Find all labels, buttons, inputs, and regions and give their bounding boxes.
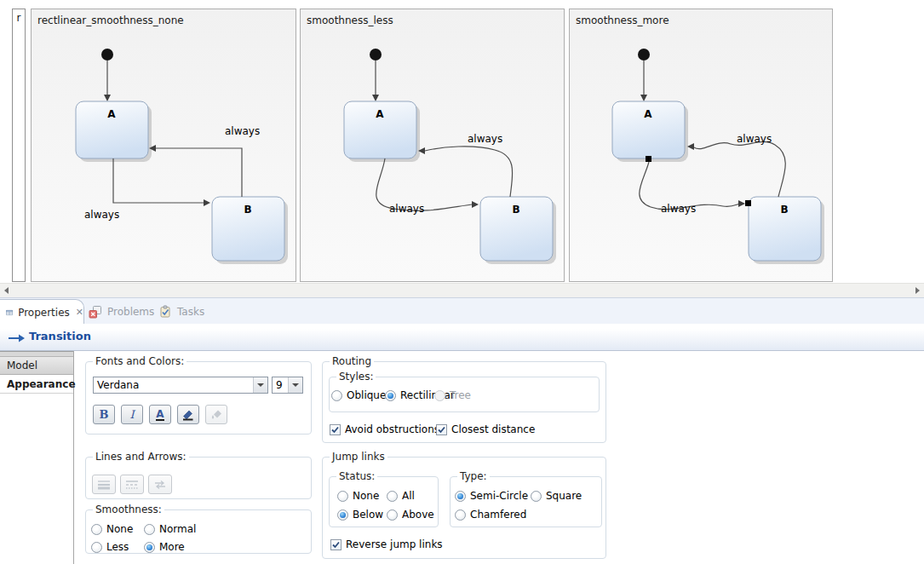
transition-label-a-to-b[interactable]: always	[661, 203, 696, 215]
state-label-a[interactable]: A	[107, 108, 116, 120]
diagram-panel-rectilinear-none[interactable]: rectlinear_smoothness_none A B always al…	[31, 9, 296, 282]
radio-icon[interactable]	[91, 524, 102, 535]
radio-icon[interactable]	[91, 542, 102, 553]
radio-label: None	[106, 523, 133, 535]
state-label-a[interactable]: A	[644, 108, 652, 120]
chevron-down-icon[interactable]	[253, 377, 267, 393]
group-jump-links: Jump links Status: None All Below Abov	[322, 457, 606, 559]
radio-icon-selected[interactable]	[144, 542, 155, 553]
radio-icon-selected[interactable]	[455, 491, 466, 502]
radio-label: More	[159, 541, 185, 553]
italic-button[interactable]: I	[121, 405, 143, 424]
rail-cap	[0, 351, 73, 357]
tab-properties[interactable]: Properties ✕	[0, 299, 84, 325]
selection-handle[interactable]	[745, 200, 751, 206]
radio-smoothness-none[interactable]: None	[91, 523, 133, 535]
selection-title: Transition	[29, 330, 91, 342]
radio-icon-selected[interactable]	[385, 390, 396, 401]
radio-status-below[interactable]: Below	[337, 509, 383, 521]
state-label-b[interactable]: B	[512, 204, 519, 216]
side-tab-model-label: Model	[7, 360, 37, 371]
transition-label-b-to-a[interactable]: always	[225, 125, 260, 137]
radio-icon[interactable]	[331, 390, 342, 401]
state-label-a[interactable]: A	[376, 108, 384, 120]
side-tab-appearance-label: Appearance	[7, 378, 76, 390]
transition-a-to-b[interactable]	[113, 158, 204, 203]
transition-label-b-to-a[interactable]: always	[737, 133, 772, 145]
font-family-combobox[interactable]: Verdana	[93, 377, 268, 394]
close-icon[interactable]: ✕	[76, 307, 83, 318]
radio-smoothness-less[interactable]: Less	[91, 541, 129, 553]
side-tab-appearance[interactable]: Appearance	[0, 375, 73, 394]
chevron-down-icon[interactable]	[288, 377, 302, 393]
bold-button[interactable]: B	[93, 405, 115, 424]
line-style-icon	[125, 480, 139, 490]
state-label-b[interactable]: B	[780, 204, 788, 216]
radio-label: Chamfered	[470, 509, 526, 521]
scroll-right-arrow-icon[interactable]	[915, 287, 920, 294]
radio-icon[interactable]	[387, 491, 398, 502]
eclipse-diagram-workbench: r rectlinear_smoothness_none A B always	[0, 0, 924, 564]
panel-title: smoothness_less	[307, 14, 393, 26]
radio-icon[interactable]	[337, 491, 348, 502]
transition-label-a-to-b[interactable]: always	[389, 203, 424, 215]
tab-tasks[interactable]: Tasks	[158, 299, 204, 325]
transition-b-to-a[interactable]	[425, 147, 513, 197]
radio-oblique[interactable]: Oblique	[331, 389, 386, 401]
double-arrow-icon	[153, 480, 167, 490]
group-label: Routing	[330, 355, 374, 367]
checkbox-checked-icon[interactable]	[330, 539, 341, 550]
radio-type-chamfered[interactable]: Chamfered	[455, 509, 526, 521]
checkbox-reverse-jump-links[interactable]: Reverse jump links	[330, 538, 443, 550]
diagram-panel-smoothness-less[interactable]: smoothness_less A B always always	[300, 9, 565, 282]
radio-icon[interactable]	[531, 491, 542, 502]
properties-table-icon	[6, 306, 13, 319]
radio-icon[interactable]	[455, 509, 466, 521]
tab-problems[interactable]: Problems	[89, 299, 154, 325]
radio-smoothness-normal[interactable]: Normal	[144, 523, 196, 535]
font-size-combobox[interactable]: 9	[272, 377, 303, 394]
group-smoothness: Smoothness: None Normal Less More	[85, 509, 312, 554]
state-label-b[interactable]: B	[244, 204, 251, 216]
radio-status-all[interactable]: All	[387, 490, 415, 502]
transition-b-to-a[interactable]	[694, 141, 785, 197]
clipped-diagram-panel[interactable]: r	[12, 9, 26, 282]
transition-label-b-to-a[interactable]: always	[468, 133, 502, 145]
group-label: Styles:	[336, 371, 376, 383]
radio-type-semi-circle[interactable]: Semi-Circle	[455, 490, 528, 502]
radio-type-square[interactable]: Square	[531, 490, 582, 502]
transition-b-to-a[interactable]	[156, 148, 242, 197]
radio-icon-selected[interactable]	[337, 509, 348, 521]
transition-label-a-to-b[interactable]: always	[84, 209, 119, 221]
checkbox-avoid-obstructions[interactable]: Avoid obstructions	[330, 423, 439, 435]
italic-glyph: I	[129, 408, 134, 421]
selection-handle[interactable]	[646, 156, 651, 162]
check-icon	[438, 426, 445, 434]
fill-color-button[interactable]	[205, 405, 227, 424]
initial-state-dot[interactable]	[638, 49, 650, 60]
scroll-left-arrow-icon[interactable]	[4, 287, 9, 294]
arrowhead	[640, 95, 647, 101]
radio-status-above[interactable]: Above	[387, 509, 434, 521]
side-tab-model[interactable]: Model	[0, 357, 73, 375]
group-label: Type:	[457, 470, 490, 482]
panel-title: rectlinear_smoothness_none	[37, 14, 184, 26]
font-color-button[interactable]: A	[149, 405, 171, 424]
initial-state-dot[interactable]	[101, 49, 113, 60]
checkbox-checked-icon[interactable]	[330, 424, 341, 435]
line-color-button[interactable]	[177, 405, 199, 424]
checkbox-closest-distance[interactable]: Closest distance	[436, 423, 535, 435]
group-jump-status: Status: None All Below Above	[329, 476, 439, 527]
horizontal-scrollbar[interactable]	[0, 283, 924, 297]
pen-icon	[181, 409, 195, 421]
radio-icon[interactable]	[387, 509, 398, 521]
tab-problems-label: Problems	[107, 306, 154, 318]
radio-icon[interactable]	[144, 524, 155, 535]
radio-label: Normal	[159, 523, 196, 535]
diagram-panel-smoothness-more[interactable]: smoothness_more A B always always	[569, 9, 833, 282]
radio-smoothness-more[interactable]: More	[144, 541, 185, 553]
initial-state-dot[interactable]	[370, 49, 382, 60]
checkbox-checked-icon[interactable]	[436, 424, 447, 435]
radio-label: Semi-Circle	[470, 490, 528, 502]
radio-status-none[interactable]: None	[337, 490, 379, 502]
